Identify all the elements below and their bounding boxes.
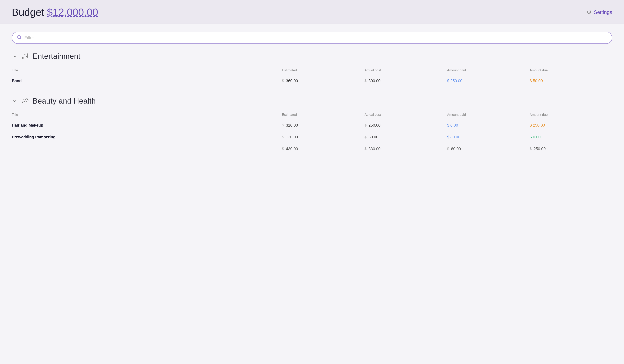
actual-value: 300.00: [368, 78, 380, 83]
due-value: $ 250.00: [530, 123, 545, 127]
col-estimated-ent: Estimated: [282, 66, 364, 75]
settings-button[interactable]: ⚙ Settings: [586, 9, 612, 16]
dollar-icon: $: [282, 147, 284, 151]
table-row: Prewedding Pampering $ 120.00 $ 80.00: [12, 131, 612, 143]
actual-value: 250.00: [368, 123, 380, 128]
svg-point-4: [23, 99, 26, 102]
section-beauty-header: Beauty and Health: [12, 97, 612, 105]
row-paid: $ 0.00: [447, 120, 530, 131]
entertainment-icon: [21, 52, 29, 61]
row-due: $ 50.00: [530, 75, 612, 87]
svg-point-6: [27, 99, 28, 100]
budget-amount[interactable]: $12,000.00: [47, 6, 98, 18]
row-estimated: $ 360.00: [282, 75, 364, 87]
total-actual-value: 330.00: [368, 147, 380, 151]
entertainment-title: Entertainment: [33, 52, 80, 60]
table-row: Band $ 360.00 $ 300.00 $: [12, 75, 612, 87]
total-estimated: $ 430.00: [282, 143, 364, 155]
estimated-value: 120.00: [286, 135, 298, 139]
dollar-icon: $: [364, 147, 366, 151]
entertainment-table: Title Estimated Actual cost Amount paid …: [12, 66, 612, 87]
row-due: $ 250.00: [530, 120, 612, 131]
row-due: $ 0.00: [530, 131, 612, 143]
beauty-collapse-button[interactable]: [12, 98, 18, 104]
search-icon: [17, 35, 22, 41]
gear-icon: ⚙: [586, 9, 592, 16]
settings-label: Settings: [594, 9, 612, 15]
row-actual: $ 80.00: [364, 131, 447, 143]
row-paid: $ 250.00: [447, 75, 530, 87]
dollar-icon: $: [282, 135, 284, 139]
svg-point-3: [26, 56, 27, 58]
col-paid-bh: Amount paid: [447, 111, 530, 120]
table-row: Hair and Makeup $ 310.00 $ 250.00: [12, 120, 612, 131]
header: Budget $12,000.00 ⚙ Settings: [0, 0, 624, 24]
total-paid: $ 80.00: [447, 143, 530, 155]
svg-point-7: [28, 100, 28, 101]
dollar-icon: $: [447, 147, 449, 151]
filter-container: [12, 32, 612, 44]
row-paid: $ 80.00: [447, 131, 530, 143]
dollar-icon: $: [364, 79, 366, 83]
section-beauty-health: Beauty and Health Title Estimated Actual…: [12, 97, 612, 155]
estimated-value: 360.00: [286, 78, 298, 83]
svg-point-2: [23, 57, 24, 59]
row-title: Band: [12, 75, 282, 87]
total-due-value: 250.00: [534, 147, 546, 151]
main-content: Entertainment Title Estimated Actual cos…: [0, 24, 624, 173]
estimated-value: 310.00: [286, 123, 298, 128]
beauty-title: Beauty and Health: [33, 97, 96, 105]
filter-input[interactable]: [24, 35, 607, 40]
due-value: $ 0.00: [530, 135, 541, 139]
filter-input-wrapper: [12, 32, 612, 44]
row-estimated: $ 120.00: [282, 131, 364, 143]
dollar-icon: $: [530, 147, 532, 151]
svg-line-1: [20, 38, 21, 39]
dollar-icon: $: [364, 135, 366, 139]
col-due-bh: Amount due: [530, 111, 612, 120]
col-title-bh: Title: [12, 111, 282, 120]
section-total-row: $ 430.00 $ 330.00 $ 80.00: [12, 143, 612, 155]
row-actual: $ 300.00: [364, 75, 447, 87]
paid-value: $ 0.00: [447, 123, 458, 127]
beauty-icon: [21, 97, 29, 105]
due-value: $ 50.00: [530, 78, 543, 83]
actual-value: 80.00: [368, 135, 378, 139]
col-due-ent: Amount due: [530, 66, 612, 75]
col-title-ent: Title: [12, 66, 282, 75]
dollar-icon: $: [282, 123, 284, 127]
paid-value: $ 250.00: [447, 78, 462, 83]
total-actual: $ 330.00: [364, 143, 447, 155]
row-actual: $ 250.00: [364, 120, 447, 131]
total-due: $ 250.00: [530, 143, 612, 155]
dollar-icon: $: [364, 123, 366, 127]
row-estimated: $ 310.00: [282, 120, 364, 131]
col-paid-ent: Amount paid: [447, 66, 530, 75]
total-est-value: 430.00: [286, 147, 298, 151]
svg-point-5: [27, 99, 27, 99]
entertainment-collapse-button[interactable]: [12, 53, 18, 59]
section-entertainment-header: Entertainment: [12, 52, 612, 61]
beauty-table: Title Estimated Actual cost Amount paid …: [12, 111, 612, 155]
col-actual-ent: Actual cost: [364, 66, 447, 75]
paid-value: $ 80.00: [447, 135, 460, 139]
budget-label: Budget: [12, 6, 44, 18]
total-label: [12, 143, 282, 155]
section-entertainment: Entertainment Title Estimated Actual cos…: [12, 52, 612, 87]
dollar-icon: $: [282, 79, 284, 83]
row-title: Hair and Makeup: [12, 120, 282, 131]
header-title-group: Budget $12,000.00: [12, 6, 98, 18]
row-title: Prewedding Pampering: [12, 131, 282, 143]
total-paid-value: 80.00: [451, 147, 461, 151]
col-estimated-bh: Estimated: [282, 111, 364, 120]
col-actual-bh: Actual cost: [364, 111, 447, 120]
